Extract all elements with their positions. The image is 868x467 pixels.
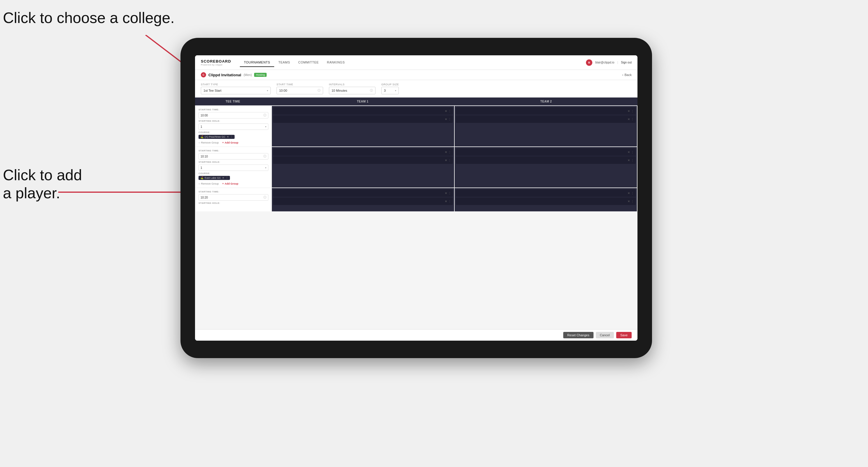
clippd-logo: C [201,72,206,77]
team1-col-1: ✕ ⋮ ✕ ⋮ [272,106,454,147]
th-team2: Team 2 [455,97,638,105]
course-tag-2[interactable]: ⛳ East Lake GC ✕ ⋮ [198,176,230,180]
cancel-button[interactable]: Cancel [596,332,614,338]
player-slot[interactable]: ✕ ⋮ [273,148,453,156]
app-header: SCOREBOARD Powered by clippd TOURNAMENTS… [195,55,638,70]
starting-time-input-1[interactable]: 10:00 ⓘ [198,112,268,119]
start-type-label: Start Type [201,83,271,86]
start-time-field: Start Time 10:00 ⓘ [277,83,323,94]
tab-committee[interactable]: COMMITTEE [294,58,323,67]
player-slot[interactable]: ✕ ⋮ [273,189,453,197]
sign-out-link[interactable]: Sign out [621,61,632,64]
player-slot[interactable]: ✕ ⋮ [456,156,636,164]
team2-col-1: ✕ ⋮ ✕ ⋮ [455,106,637,147]
group-size-select[interactable]: 3 ▾ [381,87,399,94]
start-type-select[interactable]: 1st Tee Start ▾ [201,87,271,94]
player-slot[interactable]: ✕ ⋮ [456,107,636,115]
groups-container: STARTING TIME: 10:00 ⓘ STARTING HOLE: 1 … [195,105,638,212]
header-right: B blair@clippd.io | Sign out [586,59,632,66]
team1-col-3: ✕ ⋮ ✕ ⋮ [272,188,454,211]
start-time-input[interactable]: 10:00 ⓘ [277,87,323,94]
save-button[interactable]: Save [616,332,632,338]
remove-group-btn-2[interactable]: ○Remove Group [198,182,219,185]
team2-col-2: ✕ ⋮ ✕ ⋮ [455,147,637,187]
brand-sub: Powered by clippd [201,63,231,66]
form-row: Start Type 1st Tee Start ▾ Start Time 10… [195,80,638,97]
nav-tabs: TOURNAMENTS TEAMS COMMITTEE RANKINGS [240,58,349,67]
intervals-label: Intervals [329,83,375,86]
starting-hole-input-2[interactable]: 1 ▾ [198,164,268,171]
footer: Reset Changes Cancel Save [195,329,638,341]
tablet-screen: SCOREBOARD Powered by clippd TOURNAMENTS… [195,55,638,341]
team1-col-2: ✕ ⋮ ✕ ⋮ [272,147,454,187]
intervals-select[interactable]: 10 Minutes ⓘ [329,87,375,94]
add-group-btn-2[interactable]: +Add Group [222,182,238,185]
hosting-badge: Hosting [254,73,267,77]
starting-time-label-3: STARTING TIME: [198,190,268,193]
page-title-row: C Clippd Invitational (Men) Hosting [201,72,267,77]
player-slot[interactable]: ✕ ⋮ [273,115,453,123]
player-slot[interactable]: ✕ ⋮ [456,115,636,123]
page-header: C Clippd Invitational (Men) Hosting ‹ Ba… [195,70,638,80]
tab-tournaments[interactable]: TOURNAMENTS [240,58,274,67]
starting-time-input-3[interactable]: 10:20 ⓘ [198,194,268,200]
player-slot[interactable]: ✕ ⋮ [273,107,453,115]
brand-name: SCOREBOARD [201,59,231,63]
group-size-label: Group Size [381,83,399,86]
page-title: Clippd Invitational [209,73,241,77]
add-group-btn-1[interactable]: +Add Group [222,141,238,144]
starting-hole-label-3: STARTING HOLE: [198,202,268,205]
course-label-1: COURSE: [198,131,268,134]
player-slot[interactable]: ✕ ⋮ [273,197,453,205]
user-avatar: B [586,59,592,66]
table-header: Tee Time Team 1 Team 2 [195,97,638,105]
start-type-field: Start Type 1st Tee Start ▾ [201,83,271,94]
course-tag-1[interactable]: ⛳ (A) Peachtree GC ✕ ⋮ [198,135,235,139]
starting-hole-label-2: STARTING HOLE: [198,161,268,163]
reset-changes-button[interactable]: Reset Changes [563,332,593,338]
starting-time-input-2[interactable]: 10:10 ⓘ [198,153,268,160]
group-left-2: STARTING TIME: 10:10 ⓘ STARTING HOLE: 1 … [196,147,271,187]
user-email: blair@clippd.io [595,61,615,64]
page-subtitle: (Men) [244,73,252,76]
tablet-frame: SCOREBOARD Powered by clippd TOURNAMENTS… [181,38,652,358]
start-time-label: Start Time [277,83,323,86]
brand: SCOREBOARD Powered by clippd [201,59,231,66]
starting-time-label-1: STARTING TIME: [198,108,268,111]
table-row: STARTING TIME: 10:10 ⓘ STARTING HOLE: 1 … [196,147,637,187]
remove-group-btn-1[interactable]: ○Remove Group [198,141,219,144]
th-team1: Team 1 [271,97,454,105]
starting-hole-input-1[interactable]: 1 ▾ [198,123,268,130]
player-slot[interactable]: ✕ ⋮ [456,148,636,156]
tab-teams[interactable]: TEAMS [274,58,294,67]
intervals-field: Intervals 10 Minutes ⓘ [329,83,375,94]
group-size-field: Group Size 3 ▾ [381,83,399,94]
player-slot[interactable]: ✕ ⋮ [456,197,636,205]
player-slot[interactable]: ✕ ⋮ [456,189,636,197]
table-row: STARTING TIME: 10:00 ⓘ STARTING HOLE: 1 … [196,106,637,147]
team2-col-3: ✕ ⋮ ✕ ⋮ [455,188,637,211]
back-button[interactable]: ‹ Back [622,73,632,76]
th-tee-time: Tee Time [195,97,271,105]
table-row: STARTING TIME: 10:20 ⓘ STARTING HOLE: ✕ … [196,188,637,211]
group-left-3: STARTING TIME: 10:20 ⓘ STARTING HOLE: [196,188,271,211]
tab-rankings[interactable]: RANKINGS [323,58,349,67]
starting-time-label-2: STARTING TIME: [198,149,268,152]
group-left-1: STARTING TIME: 10:00 ⓘ STARTING HOLE: 1 … [196,106,271,147]
annotation-choose-college: Click to choose a college. [3,9,175,27]
player-slot[interactable]: ✕ ⋮ [273,156,453,164]
starting-hole-label-1: STARTING HOLE: [198,120,268,122]
annotation-add-player: Click to add a player. [3,166,82,203]
course-label-2: COURSE: [198,172,268,175]
